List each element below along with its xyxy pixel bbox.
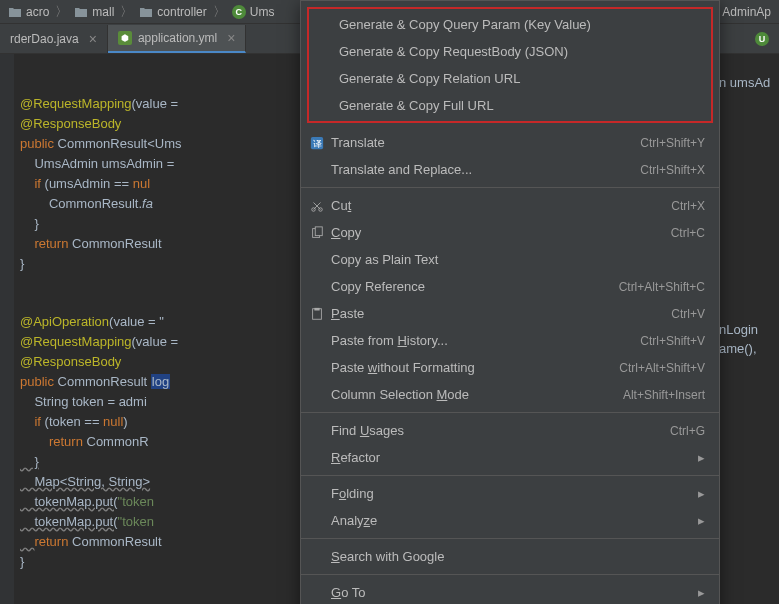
code-token: CommonResult. — [20, 196, 142, 211]
close-icon[interactable]: × — [227, 30, 235, 46]
menu-shortcut: Ctrl+Alt+Shift+V — [619, 361, 705, 375]
menu-item-label: Paste — [331, 306, 364, 321]
context-menu: Generate & Copy Query Param (Key Value)G… — [300, 0, 720, 604]
folder-icon — [139, 6, 153, 18]
menu-item[interactable]: Analyze▸ — [301, 507, 719, 534]
menu-item-label: Paste from History... — [331, 333, 448, 348]
menu-shortcut: Ctrl+Shift+Y — [640, 136, 705, 150]
close-icon[interactable]: × — [89, 31, 97, 47]
menu-item[interactable]: Generate & Copy RequestBody (JSON) — [309, 38, 711, 65]
breadcrumb-label: Ums — [250, 5, 275, 19]
menu-item[interactable]: Folding▸ — [301, 480, 719, 507]
code-token: return — [49, 434, 83, 449]
menu-item[interactable]: Search with Google — [301, 543, 719, 570]
class-icon: U — [755, 32, 769, 46]
breadcrumb-label: controller — [157, 5, 206, 19]
tab-label: application.yml — [138, 31, 217, 45]
menu-item[interactable]: Copy as Plain Text — [301, 246, 719, 273]
breadcrumb-item[interactable]: C Ums — [228, 5, 279, 19]
code-token: nul — [133, 176, 150, 191]
tab-file[interactable]: U — [745, 25, 779, 53]
code-token: } — [20, 256, 24, 271]
menu-item-label: Search with Google — [331, 549, 444, 564]
code-token: @RequestMapping — [20, 334, 131, 349]
menu-separator — [301, 187, 719, 188]
menu-item-label: Copy — [331, 225, 361, 240]
svg-rect-7 — [314, 307, 319, 310]
menu-item[interactable]: 译TranslateCtrl+Shift+Y — [301, 129, 719, 156]
chevron-right-icon: ▸ — [698, 450, 705, 465]
menu-item-label: Analyze — [331, 513, 377, 528]
code-token: } — [20, 216, 39, 231]
menu-item[interactable]: Go To▸ — [301, 579, 719, 604]
chevron-right-icon: ▸ — [698, 585, 705, 600]
code-token: } — [20, 554, 24, 569]
code-token: admi — [119, 394, 147, 409]
code-token: null — [103, 414, 123, 429]
menu-shortcut: Ctrl+Shift+X — [640, 163, 705, 177]
chevron-right-icon: 〉 — [120, 3, 133, 21]
code-token: UmsAdmin umsAdmin = — [20, 156, 178, 171]
breadcrumb-item[interactable]: controller — [135, 5, 210, 19]
menu-separator — [301, 574, 719, 575]
code-token: ame(), — [719, 341, 757, 356]
menu-item-label: Copy as Plain Text — [331, 252, 438, 267]
code-token: (umsAdmin == — [41, 176, 133, 191]
code-token: tokenMap.put( — [20, 494, 118, 509]
chevron-right-icon: 〉 — [213, 3, 226, 21]
chevron-right-icon: ▸ — [698, 486, 705, 501]
tab-file[interactable]: rderDao.java × — [0, 25, 108, 53]
class-icon: C — [232, 5, 246, 19]
menu-shortcut: Ctrl+Shift+V — [640, 334, 705, 348]
menu-item[interactable]: Translate and Replace...Ctrl+Shift+X — [301, 156, 719, 183]
code-token: nLogin — [719, 322, 758, 337]
menu-shortcut: Ctrl+C — [671, 226, 705, 240]
code-token: CommonR — [83, 434, 149, 449]
menu-item[interactable]: Paste from History...Ctrl+Shift+V — [301, 327, 719, 354]
code-token: @ResponseBody — [20, 354, 121, 369]
code-token: (value = " — [109, 314, 164, 329]
code-token: ) — [123, 414, 127, 429]
code-token: String token = — [20, 394, 119, 409]
menu-item[interactable]: Column Selection ModeAlt+Shift+Insert — [301, 381, 719, 408]
code-token: return — [34, 534, 68, 549]
menu-shortcut: Ctrl+Alt+Shift+C — [619, 280, 705, 294]
chevron-right-icon: 〉 — [55, 3, 68, 21]
code-token: CommonResult — [68, 236, 161, 251]
menu-item-label: Translate — [331, 135, 385, 150]
code-selection: log — [151, 374, 170, 389]
menu-separator — [301, 475, 719, 476]
code-token: @RequestMapping — [20, 96, 131, 111]
code-token: } — [20, 454, 39, 469]
gutter — [0, 54, 14, 604]
code-token — [20, 414, 34, 429]
menu-item[interactable]: Find UsagesCtrl+G — [301, 417, 719, 444]
code-token: return — [34, 236, 68, 251]
menu-item[interactable]: Generate & Copy Full URL — [309, 92, 711, 119]
menu-shortcut: Ctrl+X — [671, 199, 705, 213]
menu-item[interactable]: CutCtrl+X — [301, 192, 719, 219]
code-token: n umsAd — [719, 75, 770, 90]
breadcrumb-item[interactable]: acro — [4, 5, 53, 19]
menu-item[interactable]: Copy ReferenceCtrl+Alt+Shift+C — [301, 273, 719, 300]
code-token: CommonResult — [68, 534, 161, 549]
code-token — [20, 434, 49, 449]
folder-icon — [74, 6, 88, 18]
menu-item[interactable]: Generate & Copy Relation URL — [309, 65, 711, 92]
code-token: (value = — [131, 334, 178, 349]
tab-file-active[interactable]: ⬢ application.yml × — [108, 25, 247, 53]
code-token: tokenMap.put( — [20, 514, 118, 529]
breadcrumb-item[interactable]: mall — [70, 5, 118, 19]
menu-separator — [301, 538, 719, 539]
cut-icon — [309, 198, 325, 214]
menu-item[interactable]: Refactor▸ — [301, 444, 719, 471]
menu-item[interactable]: PasteCtrl+V — [301, 300, 719, 327]
menu-item[interactable]: CopyCtrl+C — [301, 219, 719, 246]
paste-icon — [309, 306, 325, 322]
menu-item[interactable]: Generate & Copy Query Param (Key Value) — [309, 11, 711, 38]
menu-item[interactable]: Paste without FormattingCtrl+Alt+Shift+V — [301, 354, 719, 381]
menu-shortcut: Ctrl+V — [671, 307, 705, 321]
copy-icon — [309, 225, 325, 241]
menu-separator — [301, 412, 719, 413]
menu-item-label: Translate and Replace... — [331, 162, 472, 177]
